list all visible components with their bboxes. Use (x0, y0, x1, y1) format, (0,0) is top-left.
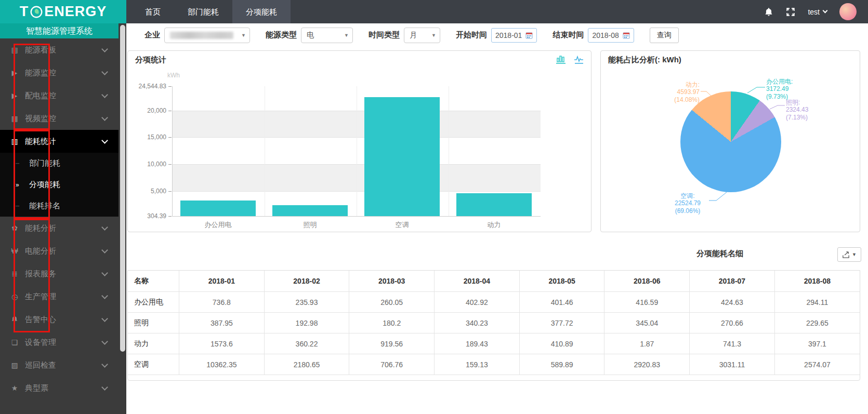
sidebar-item-2[interactable]: ▶配电监控 (0, 84, 119, 107)
y-axis-tick-label: 20,000 (128, 107, 166, 114)
chart-type-toggles (556, 54, 585, 64)
calendar-icon (623, 32, 630, 39)
sidebar-item-6[interactable]: ₩电能分析 (0, 239, 119, 262)
sidebar-item-1[interactable]: ▶能源监控 (0, 61, 119, 84)
value-cell: 159.13 (435, 354, 520, 375)
y-axis-tick-label: 5,000 (128, 188, 166, 195)
chevron-down-icon (101, 91, 108, 98)
tab-3[interactable]: 分项能耗 (232, 0, 291, 23)
value-cell: 260.05 (349, 292, 435, 313)
bar-办公用电[interactable] (180, 201, 256, 216)
camera-icon: ▶ (9, 69, 20, 77)
table-column-header: 2018-07 (690, 271, 775, 292)
table-column-header: 2018-01 (179, 271, 265, 292)
chevron-down-icon (101, 270, 108, 276)
sidebar-item-label: 能源监控 (25, 68, 56, 78)
sidebar-item-9[interactable]: 告警中心 (0, 308, 119, 331)
line-chart-toggle-icon[interactable] (573, 54, 585, 64)
chevron-down-icon (101, 292, 108, 299)
bar-动力[interactable] (456, 193, 532, 216)
chart-icon: ▥ (9, 137, 20, 145)
bar-chart-card: 分项统计 kWh 24,544.8320,00015,00010,0005,00… (127, 50, 591, 232)
export-button[interactable]: ▼ (837, 247, 861, 262)
bell-icon (9, 315, 20, 324)
table-column-header: 2018-06 (604, 271, 690, 292)
bar-空调[interactable] (364, 97, 440, 216)
tab-1[interactable]: 首页 (131, 0, 174, 23)
y-axis-tick (168, 164, 172, 165)
chevron-down-icon (101, 315, 108, 322)
energy-type-select[interactable]: 电 ▼ (301, 28, 353, 43)
table-header: 名称2018-012018-022018-032018-042018-05201… (128, 271, 860, 292)
sidebar-subitem-0[interactable]: ┄部门能耗 (0, 153, 119, 174)
value-cell: 387.95 (179, 313, 265, 333)
chevron-down-icon (101, 384, 108, 391)
sidebar-item-10[interactable]: ❏设备管理 (0, 331, 119, 354)
y-axis-tick-label: 24,544.83 (128, 83, 166, 90)
report-icon: ≣ (9, 270, 20, 278)
chevron-down-icon: ▼ (241, 33, 246, 38)
chevron-down-icon: ▼ (852, 252, 857, 257)
pie-chart[interactable] (680, 91, 781, 192)
bar-chart-title: 分项统计 (135, 55, 166, 65)
pie-label-办公用电: 办公用电:3172.49(9.73%) (766, 78, 793, 100)
book-icon: ❏ (9, 338, 20, 346)
value-cell: 340.23 (435, 313, 520, 333)
search-button[interactable]: 查询 (650, 28, 679, 43)
sidebar-subitem-2[interactable]: ┄能耗排名 (0, 195, 119, 217)
sidebar-item-label: 典型票 (25, 383, 48, 393)
value-cell: 1573.6 (179, 333, 265, 354)
sidebar-item-0[interactable]: ▤能源看板 (0, 38, 119, 61)
sidebar-subitem-1[interactable]: »分项能耗 (0, 174, 119, 195)
tab-2[interactable]: 部门能耗 (174, 0, 232, 23)
sidebar-subitem-label: 分项能耗 (29, 180, 60, 190)
time-type-select[interactable]: 月 ▼ (404, 28, 440, 43)
start-date-input[interactable]: 2018-01 (491, 28, 537, 43)
value-cell: 235.93 (264, 292, 349, 313)
sidebar-item-7[interactable]: ≣报表服务 (0, 262, 119, 285)
detail-table-wrap: 名称2018-012018-022018-032018-042018-05201… (127, 270, 860, 381)
calendar-icon (525, 32, 533, 39)
camera-icon: ▶ (9, 91, 20, 100)
value-cell: 270.66 (690, 313, 775, 333)
x-axis-label: 办公用电 (172, 220, 264, 230)
bell-icon[interactable] (764, 7, 773, 17)
bar-chart-toggle-icon[interactable] (556, 54, 567, 64)
y-axis-tick (168, 111, 172, 111)
bar-照明[interactable] (272, 205, 348, 216)
fullscreen-icon[interactable] (786, 7, 795, 17)
value-cell: 2574.07 (774, 354, 860, 375)
won-icon: ₩ (9, 247, 20, 255)
chevron-down-icon (101, 224, 108, 231)
sidebar-item-8[interactable]: ◷生产管理 (0, 285, 119, 308)
sidebar-item-label: 电能分析 (25, 246, 56, 256)
pie-chart-title: 能耗占比分析(: kWh) (608, 55, 681, 65)
pie-label-空调: 空调:22524.79(69.06%) (667, 192, 708, 215)
sidebar-item-5[interactable]: ✿能耗分析 (0, 217, 119, 239)
y-axis-tick-label: 15,000 (128, 133, 166, 141)
end-date-input[interactable]: 2018-08 (588, 28, 634, 43)
sidebar-menu: ▤能源看板▶能源监控▶配电监控▦视频监控▥能耗统计┄部门能耗»分项能耗┄能耗排名… (0, 38, 126, 399)
chevron-down-icon (101, 361, 108, 368)
sidebar-subitem-label: 能耗排名 (29, 201, 60, 211)
sidebar-item-12[interactable]: ★典型票 (0, 377, 119, 399)
sidebar-scrollbar-thumb[interactable] (120, 25, 125, 352)
page: T ENERGY 首页部门能耗分项能耗 test 智慧能源管理系统 ▤能源看板▶… (0, 0, 868, 414)
company-select[interactable]: ▼ (164, 28, 250, 43)
sidebar-item-label: 能耗统计 (25, 137, 56, 146)
sidebar-item-label: 配电监控 (25, 91, 56, 101)
sidebar-submenu: ┄部门能耗»分项能耗┄能耗排名 (0, 153, 119, 217)
export-icon (842, 251, 850, 259)
value-cell: 397.1 (774, 333, 860, 354)
x-axis-label: 动力 (448, 220, 540, 230)
sidebar-item-3[interactable]: ▦视频监控 (0, 107, 119, 130)
sidebar-item-label: 设备管理 (25, 338, 56, 348)
sidebar-item-11[interactable]: ▨巡回检查 (0, 354, 119, 377)
end-time-label: 结束时间 (553, 30, 584, 40)
sidebar-item-4[interactable]: ▥能耗统计 (0, 130, 119, 153)
avatar[interactable] (839, 3, 857, 20)
tree-dash-icon: ┄ (16, 160, 29, 167)
user-menu[interactable]: test (808, 8, 827, 16)
value-cell: 229.65 (774, 313, 860, 333)
top-bar: T ENERGY 首页部门能耗分项能耗 test (0, 0, 868, 23)
